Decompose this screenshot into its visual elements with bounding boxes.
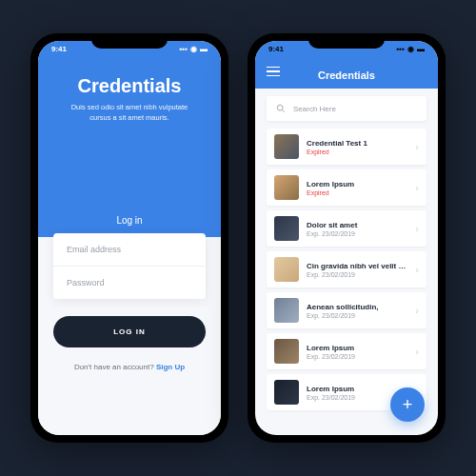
svg-point-0 xyxy=(277,105,283,110)
item-title: Lorem Ipsum xyxy=(307,180,407,188)
item-title: Cin gravida nibh vel velit auctor xyxy=(307,262,407,270)
page-title: Credentials xyxy=(268,69,425,81)
item-status: Exp. 23/02/2019 xyxy=(307,271,407,278)
list-screen: 9:41 ▪▪▪ ◉ ▬ Credentials Search Here Cre… xyxy=(255,41,438,435)
chevron-right-icon: › xyxy=(415,223,419,234)
login-header: Credentials Duis sed odio sit amet nibh … xyxy=(38,41,221,237)
item-text: Aenean sollicitudin, Exp. 23/02/2019 xyxy=(307,303,407,319)
signup-link[interactable]: Sign Up xyxy=(156,363,185,371)
item-text: Cin gravida nibh vel velit auctor Exp. 2… xyxy=(307,262,407,278)
list-item[interactable]: Lorem Ipsum Expired › xyxy=(267,169,426,206)
item-title: Lorem Ipsum xyxy=(307,344,407,352)
item-title: Dolor sit amet xyxy=(307,221,407,229)
search-input[interactable]: Search Here xyxy=(267,96,426,121)
list-item[interactable]: Cin gravida nibh vel velit auctor Exp. 2… xyxy=(267,251,426,288)
login-card: Email address Password xyxy=(53,233,206,299)
add-button[interactable]: + xyxy=(390,387,425,422)
item-thumbnail xyxy=(274,380,299,405)
status-icons: ▪▪▪ ◉ ▬ xyxy=(179,45,208,53)
svg-line-1 xyxy=(282,109,285,112)
chevron-right-icon: › xyxy=(415,305,419,316)
chevron-right-icon: › xyxy=(415,264,419,275)
status-icons: ▪▪▪ ◉ ▬ xyxy=(396,45,425,53)
item-status: Exp. 23/02/2019 xyxy=(307,353,407,360)
list-item[interactable]: Aenean sollicitudin, Exp. 23/02/2019 › xyxy=(267,292,426,328)
signal-icon: ▪▪▪ xyxy=(396,45,405,53)
chevron-right-icon: › xyxy=(415,182,419,193)
item-text: Dolor sit amet Exp. 23/02/2019 xyxy=(307,221,407,237)
item-thumbnail xyxy=(274,134,299,159)
item-thumbnail xyxy=(274,175,299,200)
item-status: Exp. 23/02/2019 xyxy=(307,230,407,237)
list-item[interactable]: Dolor sit amet Exp. 23/02/2019 › xyxy=(267,210,426,247)
phone-list: 9:41 ▪▪▪ ◉ ▬ Credentials Search Here Cre… xyxy=(248,33,446,443)
chevron-right-icon: › xyxy=(415,346,419,357)
chevron-right-icon: › xyxy=(415,141,419,152)
search-icon xyxy=(276,104,286,113)
app-subtitle: Duis sed odio sit amet nibh vulputate cu… xyxy=(55,103,204,123)
password-field[interactable]: Password xyxy=(53,267,206,299)
item-title: Lorem Ipsum xyxy=(307,385,407,393)
email-field[interactable]: Email address xyxy=(53,233,206,267)
item-text: Lorem Ipsum Expired xyxy=(307,180,407,196)
item-thumbnail xyxy=(274,257,299,282)
item-title: Aenean sollicitudin, xyxy=(307,303,407,311)
wifi-icon: ◉ xyxy=(190,45,197,53)
battery-icon: ▬ xyxy=(200,45,208,53)
item-title: Credential Test 1 xyxy=(307,139,407,148)
item-thumbnail xyxy=(274,216,299,241)
phone-login: 9:41 ▪▪▪ ◉ ▬ Credentials Duis sed odio s… xyxy=(30,33,228,443)
notch xyxy=(308,33,385,49)
item-text: Credential Test 1 Expired xyxy=(307,139,407,155)
login-body: Email address Password LOG IN Don't have… xyxy=(38,237,221,435)
list-item[interactable]: Credential Test 1 Expired › xyxy=(267,129,426,165)
status-time: 9:41 xyxy=(51,45,67,53)
wifi-icon: ◉ xyxy=(407,45,414,53)
signup-row: Don't have an account? Sign Up xyxy=(38,363,221,371)
menu-icon[interactable] xyxy=(267,67,280,80)
item-thumbnail xyxy=(274,298,299,323)
status-time: 9:41 xyxy=(268,45,284,53)
item-text: Lorem Ipsum Exp. 23/02/2019 xyxy=(307,344,407,360)
notch xyxy=(91,33,168,49)
signal-icon: ▪▪▪ xyxy=(179,45,188,53)
app-title: Credentials xyxy=(55,75,204,97)
item-thumbnail xyxy=(274,339,299,364)
item-status: Exp. 23/02/2019 xyxy=(307,312,407,319)
list-item[interactable]: Lorem Ipsum Exp. 23/02/2019 › xyxy=(267,333,426,369)
battery-icon: ▬ xyxy=(417,45,425,53)
login-screen: 9:41 ▪▪▪ ◉ ▬ Credentials Duis sed odio s… xyxy=(38,41,221,435)
signup-prompt: Don't have an account? xyxy=(74,363,156,371)
item-status: Expired xyxy=(307,149,407,155)
search-placeholder: Search Here xyxy=(293,105,336,113)
item-status: Expired xyxy=(307,189,407,196)
login-button[interactable]: LOG IN xyxy=(53,316,206,347)
